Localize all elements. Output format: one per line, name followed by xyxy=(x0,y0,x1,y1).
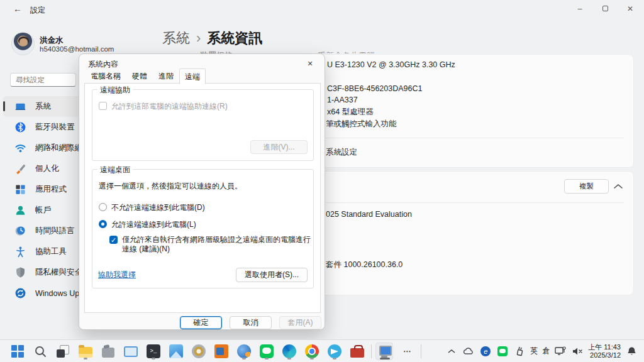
radio-unselected-icon[interactable] xyxy=(99,203,107,211)
line-icon xyxy=(260,344,274,358)
shield-icon xyxy=(14,266,26,278)
language-indicator[interactable]: 英 xyxy=(530,346,538,356)
remote-assistance-checkbox-row[interactable]: 允許到這部電腦的遠端協助連線(R) xyxy=(99,101,228,112)
tab-hardware[interactable]: 硬體 xyxy=(126,69,153,84)
file-explorer-button[interactable] xyxy=(77,343,94,360)
copy-button[interactable]: 複製 xyxy=(564,179,609,194)
start-button[interactable] xyxy=(9,343,26,360)
disc-app-button[interactable] xyxy=(190,343,208,360)
cpu-value-fragment: U E3-1230 V2 @ 3.30GHz 3.30 GHz xyxy=(327,60,455,69)
task-view-button[interactable] xyxy=(54,343,72,360)
chrome-button[interactable] xyxy=(303,343,321,360)
vmware-icon xyxy=(214,344,228,358)
terminal-button[interactable]: >_ xyxy=(145,343,162,360)
usb-device-icon[interactable] xyxy=(513,344,526,359)
back-icon[interactable]: ← xyxy=(10,4,25,16)
system-properties-dialog: 系統內容 ✕ 電腦名稱 硬體 進階 遠端 遠端協助 允許到這部電腦的遠端協助連線… xyxy=(79,53,325,330)
vmware-button[interactable] xyxy=(213,343,230,360)
select-users-button[interactable]: 選取使用者(S)... xyxy=(236,268,308,282)
system-icon xyxy=(14,101,26,112)
disc-icon xyxy=(192,344,206,358)
remote-tab-page: 遠端協助 允許到這部電腦的遠端協助連線(R) 進階(V)... 遠端桌面 選擇一… xyxy=(84,83,321,313)
network-app-button[interactable] xyxy=(235,343,253,360)
remote-assistance-checkbox-label: 允許到這部電腦的遠端協助連線(R) xyxy=(111,101,228,112)
gray-tool-icon xyxy=(102,348,114,358)
advanced-system-settings-fragment: 系統設定 xyxy=(326,147,357,158)
toolbox-app-button[interactable] xyxy=(348,343,366,360)
breadcrumb-system[interactable]: 系統 xyxy=(162,30,190,46)
checkbox-unchecked-icon[interactable] xyxy=(99,102,107,110)
minimize-button[interactable]: – xyxy=(566,0,594,18)
avatar[interactable] xyxy=(11,32,35,55)
apply-button[interactable]: 套用(A) xyxy=(279,316,321,329)
person-icon xyxy=(14,204,26,216)
taskbar-overflow-button[interactable]: ⋯ xyxy=(398,343,416,360)
dialog-close-icon[interactable]: ✕ xyxy=(302,57,318,70)
photos-app-button[interactable] xyxy=(167,343,185,360)
edge-button[interactable] xyxy=(280,343,298,360)
search-input[interactable] xyxy=(10,73,76,87)
line-app-button[interactable] xyxy=(258,343,275,360)
advanced-button[interactable]: 進階(V)... xyxy=(250,140,308,154)
ime-indicator[interactable]: 倉 xyxy=(542,346,550,356)
search-icon xyxy=(34,345,47,358)
remote-assistance-group-label: 遠端協助 xyxy=(97,85,133,96)
terminal-icon: >_ xyxy=(147,344,160,358)
telegram-button[interactable] xyxy=(326,343,343,360)
window-frame-icon xyxy=(124,346,138,357)
onedrive-cloud-icon[interactable] xyxy=(462,344,475,359)
tab-advanced[interactable]: 進階 xyxy=(153,69,179,84)
remote-assistance-group: 遠端協助 允許到這部電腦的遠端協助連線(R) 進階(V)... xyxy=(92,89,314,161)
accessibility-icon xyxy=(14,246,26,258)
clock-date: 2025/3/12 xyxy=(588,351,621,359)
nla-checkbox-row[interactable]: ✓ 僅允許來自執行含有網路層級驗證之遠端桌面的電腦進行連線 (建議)(N) xyxy=(109,235,311,254)
os-edition-fragment: 025 Standard Evaluation xyxy=(326,210,412,219)
restore-icon xyxy=(602,6,608,11)
messenger-tray-icon[interactable] xyxy=(496,344,509,359)
volume-muted-icon[interactable] xyxy=(571,344,584,359)
telegram-icon xyxy=(328,344,341,358)
close-button[interactable]: ✕ xyxy=(616,0,644,18)
notification-bell-icon[interactable] xyxy=(625,344,638,359)
browser-tray-icon[interactable]: e xyxy=(479,344,492,359)
help-me-choose-link[interactable]: 協助我選擇 xyxy=(98,270,136,280)
device-id-fragment: C3F-8BE6-456203DA96C1 xyxy=(327,84,422,93)
profile-name: 洪金水 xyxy=(40,35,64,46)
remote-desktop-description: 選擇一個選項，然後指定可以連線的人員。 xyxy=(99,181,242,192)
search-button[interactable] xyxy=(31,343,49,360)
allow-remote-option[interactable]: 允許遠端連線到此電腦(L) xyxy=(99,219,196,230)
clock-icon xyxy=(14,225,26,237)
chevron-up-icon[interactable] xyxy=(613,183,623,190)
desktop: ← 設定 – ✕ 洪金水 h540305@hotmail.com 系統›系統資訊… xyxy=(0,0,644,362)
cancel-button[interactable]: 取消 xyxy=(230,316,272,329)
task-view-icon xyxy=(57,345,69,358)
allow-remote-label: 允許遠端連線到此電腦(L) xyxy=(111,219,196,230)
checkbox-checked-icon[interactable]: ✓ xyxy=(109,236,118,244)
tab-computer-name[interactable]: 電腦名稱 xyxy=(85,69,126,84)
cast-display-icon[interactable] xyxy=(554,344,567,359)
bluetooth-icon xyxy=(14,121,26,133)
window-frame-app-button[interactable] xyxy=(122,343,140,360)
system-tray: e 英 倉 上午 11:43 2025/3/12 xyxy=(445,343,644,359)
taskbar-clock[interactable]: 上午 11:43 2025/3/12 xyxy=(588,343,621,359)
breadcrumb: 系統›系統資訊 xyxy=(162,29,262,48)
taskbar-separator xyxy=(371,344,372,358)
deny-remote-label: 不允許遠端連線到此電腦(D) xyxy=(111,202,205,213)
tray-chevron-up-icon[interactable] xyxy=(445,344,458,359)
page-title: 系統資訊 xyxy=(207,30,262,46)
toolbox-icon xyxy=(350,348,364,358)
restore-button[interactable] xyxy=(591,0,619,18)
radio-selected-icon[interactable] xyxy=(99,220,107,228)
computer-icon xyxy=(377,345,391,358)
edge-icon xyxy=(282,344,296,358)
ok-button[interactable]: 確定 xyxy=(180,316,222,329)
deny-remote-option[interactable]: 不允許遠端連線到此電腦(D) xyxy=(99,202,205,213)
system-properties-taskbar-button[interactable] xyxy=(375,343,393,360)
refresh-icon xyxy=(14,287,26,299)
photos-icon xyxy=(169,344,183,358)
rename-pc-button-clipped: 重新命名此電腦 xyxy=(318,50,399,53)
settings-titlebar: ← 設定 – ✕ xyxy=(0,0,644,19)
brush-icon xyxy=(14,163,26,175)
tab-remote[interactable]: 遠端 xyxy=(179,69,206,84)
utility-app-button[interactable] xyxy=(99,343,117,360)
